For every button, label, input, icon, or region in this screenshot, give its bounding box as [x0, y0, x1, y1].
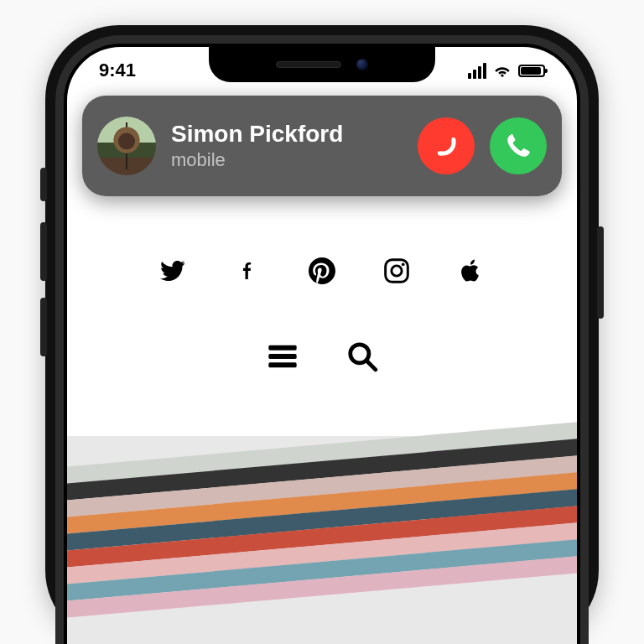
pinterest-icon[interactable]	[308, 257, 336, 285]
mute-switch	[40, 168, 47, 201]
cellular-signal-icon	[468, 63, 486, 79]
volume-up-button	[40, 222, 47, 281]
menu-button[interactable]	[266, 340, 299, 373]
twitter-icon[interactable]	[158, 257, 187, 285]
search-icon	[346, 340, 378, 372]
front-camera	[356, 59, 368, 70]
svg-rect-4	[268, 354, 296, 359]
decline-call-button[interactable]	[418, 117, 475, 174]
phone-screen: 9:41 Simon Pickford mobile	[67, 47, 577, 644]
status-indicators	[468, 63, 545, 79]
svg-rect-5	[268, 362, 296, 367]
svg-rect-0	[386, 260, 408, 283]
search-button[interactable]	[345, 340, 379, 373]
background-page	[67, 210, 577, 644]
phone-frame: 9:41 Simon Pickford mobile	[45, 25, 599, 644]
volume-down-button	[40, 298, 47, 356]
social-links-row	[67, 257, 577, 285]
hamburger-icon	[266, 340, 299, 373]
incoming-call-banner[interactable]: Simon Pickford mobile	[82, 96, 562, 196]
nav-row	[67, 340, 577, 373]
caller-name: Simon Pickford	[171, 121, 418, 148]
side-button	[597, 226, 604, 319]
svg-line-7	[366, 361, 375, 370]
hero-image	[67, 436, 577, 644]
svg-point-1	[392, 266, 402, 276]
phone-down-icon	[426, 126, 466, 166]
notch	[209, 47, 435, 82]
instagram-icon[interactable]	[382, 257, 411, 285]
caller-avatar	[97, 117, 156, 175]
apple-icon[interactable]	[457, 257, 486, 285]
svg-point-2	[402, 262, 405, 266]
call-actions	[418, 117, 547, 174]
phone-icon	[504, 132, 532, 160]
battery-icon	[518, 65, 545, 77]
accept-call-button[interactable]	[490, 117, 547, 174]
status-time: 9:41	[99, 60, 136, 81]
caller-info: Simon Pickford mobile	[171, 121, 418, 171]
wifi-icon	[493, 64, 512, 77]
facebook-icon[interactable]	[233, 257, 262, 285]
earpiece-speaker	[276, 61, 341, 68]
svg-rect-3	[268, 345, 296, 351]
caller-subtitle: mobile	[171, 149, 418, 171]
